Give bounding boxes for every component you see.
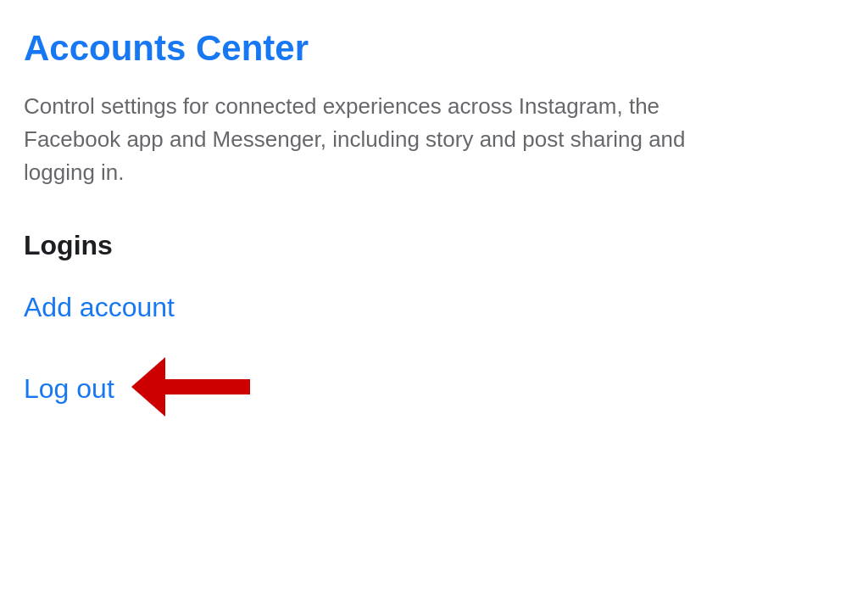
log-out-link[interactable]: Log out (24, 373, 114, 405)
description-text: Control settings for connected experienc… (24, 90, 753, 189)
arrow-icon (131, 357, 284, 420)
page-title: Accounts Center (24, 27, 844, 70)
log-out-row: Log out (24, 357, 844, 420)
logins-heading: Logins (24, 230, 844, 261)
svg-marker-1 (131, 357, 165, 417)
svg-rect-0 (157, 379, 250, 394)
add-account-link[interactable]: Add account (24, 292, 844, 323)
